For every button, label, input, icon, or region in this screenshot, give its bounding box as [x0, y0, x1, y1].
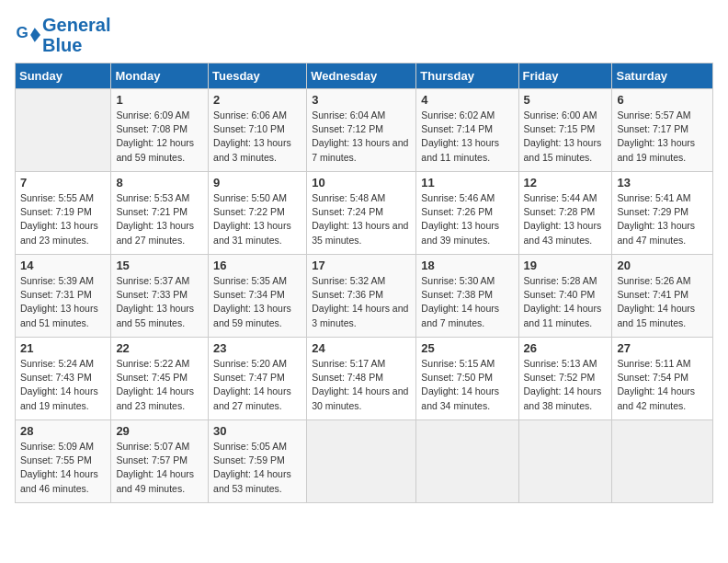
calendar-cell: 15Sunrise: 5:37 AMSunset: 7:33 PMDayligh…: [111, 255, 209, 338]
calendar-cell: 8Sunrise: 5:53 AMSunset: 7:21 PMDaylight…: [111, 172, 209, 255]
day-number: 6: [617, 93, 708, 107]
header-day-friday: Friday: [518, 63, 612, 89]
day-number: 9: [213, 176, 301, 190]
calendar-cell: 28Sunrise: 5:09 AMSunset: 7:55 PMDayligh…: [16, 420, 111, 503]
day-number: 28: [20, 424, 106, 438]
calendar-cell: 5Sunrise: 6:00 AMSunset: 7:15 PMDaylight…: [518, 89, 612, 172]
calendar-table: SundayMondayTuesdayWednesdayThursdayFrid…: [15, 63, 713, 503]
day-number: 25: [421, 341, 513, 355]
calendar-header: SundayMondayTuesdayWednesdayThursdayFrid…: [16, 63, 713, 89]
logo-icon: G: [15, 22, 40, 48]
calendar-cell: 27Sunrise: 5:11 AMSunset: 7:54 PMDayligh…: [612, 338, 713, 420]
day-info: Sunrise: 5:07 AMSunset: 7:57 PMDaylight:…: [116, 440, 203, 496]
day-number: 1: [116, 93, 203, 107]
day-number: 5: [524, 93, 608, 107]
day-number: 18: [421, 259, 513, 272]
calendar-cell: 3Sunrise: 6:04 AMSunset: 7:12 PMDaylight…: [307, 89, 416, 172]
header-day-wednesday: Wednesday: [307, 63, 416, 89]
calendar-cell: 14Sunrise: 5:39 AMSunset: 7:31 PMDayligh…: [16, 255, 111, 338]
calendar-body: 1Sunrise: 6:09 AMSunset: 7:08 PMDaylight…: [16, 89, 713, 503]
logo: G General Blue: [15, 15, 110, 55]
page-header: G General Blue: [15, 15, 713, 55]
day-info: Sunrise: 5:53 AMSunset: 7:21 PMDaylight:…: [116, 191, 203, 247]
day-info: Sunrise: 5:05 AMSunset: 7:59 PMDaylight:…: [213, 440, 301, 496]
calendar-cell: [518, 420, 612, 503]
header-day-saturday: Saturday: [612, 63, 713, 89]
calendar-cell: 24Sunrise: 5:17 AMSunset: 7:48 PMDayligh…: [307, 338, 416, 420]
day-info: Sunrise: 5:50 AMSunset: 7:22 PMDaylight:…: [213, 191, 301, 247]
calendar-cell: 19Sunrise: 5:28 AMSunset: 7:40 PMDayligh…: [518, 255, 612, 338]
week-row-2: 7Sunrise: 5:55 AMSunset: 7:19 PMDaylight…: [16, 172, 713, 255]
calendar-cell: [307, 420, 416, 503]
calendar-cell: 26Sunrise: 5:13 AMSunset: 7:52 PMDayligh…: [518, 338, 612, 420]
day-info: Sunrise: 5:09 AMSunset: 7:55 PMDaylight:…: [20, 440, 106, 496]
day-info: Sunrise: 5:30 AMSunset: 7:38 PMDaylight:…: [421, 274, 513, 330]
calendar-cell: 22Sunrise: 5:22 AMSunset: 7:45 PMDayligh…: [111, 338, 209, 420]
header-row: SundayMondayTuesdayWednesdayThursdayFrid…: [16, 63, 713, 89]
calendar-cell: [16, 89, 111, 172]
svg-marker-1: [30, 28, 40, 42]
calendar-cell: 12Sunrise: 5:44 AMSunset: 7:28 PMDayligh…: [518, 172, 612, 255]
day-info: Sunrise: 5:39 AMSunset: 7:31 PMDaylight:…: [20, 274, 106, 330]
day-info: Sunrise: 5:13 AMSunset: 7:52 PMDaylight:…: [524, 357, 608, 413]
day-number: 30: [213, 424, 301, 438]
day-number: 2: [213, 93, 301, 107]
day-info: Sunrise: 5:41 AMSunset: 7:29 PMDaylight:…: [617, 191, 708, 247]
day-number: 19: [524, 259, 608, 272]
day-info: Sunrise: 5:20 AMSunset: 7:47 PMDaylight:…: [213, 357, 301, 413]
calendar-cell: 18Sunrise: 5:30 AMSunset: 7:38 PMDayligh…: [416, 255, 518, 338]
day-info: Sunrise: 5:24 AMSunset: 7:43 PMDaylight:…: [20, 357, 106, 413]
day-info: Sunrise: 5:46 AMSunset: 7:26 PMDaylight:…: [421, 191, 513, 247]
calendar-cell: 23Sunrise: 5:20 AMSunset: 7:47 PMDayligh…: [209, 338, 307, 420]
calendar-cell: 17Sunrise: 5:32 AMSunset: 7:36 PMDayligh…: [307, 255, 416, 338]
day-info: Sunrise: 5:15 AMSunset: 7:50 PMDaylight:…: [421, 357, 513, 413]
day-info: Sunrise: 5:26 AMSunset: 7:41 PMDaylight:…: [617, 274, 708, 330]
logo-text-line1: General: [42, 15, 110, 35]
day-number: 12: [524, 176, 608, 190]
day-info: Sunrise: 5:57 AMSunset: 7:17 PMDaylight:…: [617, 109, 708, 165]
week-row-4: 21Sunrise: 5:24 AMSunset: 7:43 PMDayligh…: [16, 338, 713, 420]
calendar-cell: 13Sunrise: 5:41 AMSunset: 7:29 PMDayligh…: [612, 172, 713, 255]
day-info: Sunrise: 5:11 AMSunset: 7:54 PMDaylight:…: [617, 357, 708, 413]
day-number: 26: [524, 341, 608, 355]
week-row-1: 1Sunrise: 6:09 AMSunset: 7:08 PMDaylight…: [16, 89, 713, 172]
day-info: Sunrise: 5:37 AMSunset: 7:33 PMDaylight:…: [116, 274, 203, 330]
calendar-cell: 11Sunrise: 5:46 AMSunset: 7:26 PMDayligh…: [416, 172, 518, 255]
week-row-5: 28Sunrise: 5:09 AMSunset: 7:55 PMDayligh…: [16, 420, 713, 503]
calendar-cell: 4Sunrise: 6:02 AMSunset: 7:14 PMDaylight…: [416, 89, 518, 172]
week-row-3: 14Sunrise: 5:39 AMSunset: 7:31 PMDayligh…: [16, 255, 713, 338]
calendar-cell: [612, 420, 713, 503]
calendar-cell: 1Sunrise: 6:09 AMSunset: 7:08 PMDaylight…: [111, 89, 209, 172]
day-number: 29: [116, 424, 203, 438]
header-day-thursday: Thursday: [416, 63, 518, 89]
calendar-cell: 30Sunrise: 5:05 AMSunset: 7:59 PMDayligh…: [209, 420, 307, 503]
day-info: Sunrise: 6:04 AMSunset: 7:12 PMDaylight:…: [312, 109, 411, 165]
svg-text:G: G: [17, 24, 28, 41]
calendar-cell: 7Sunrise: 5:55 AMSunset: 7:19 PMDaylight…: [16, 172, 111, 255]
calendar-cell: 9Sunrise: 5:50 AMSunset: 7:22 PMDaylight…: [209, 172, 307, 255]
calendar-cell: 2Sunrise: 6:06 AMSunset: 7:10 PMDaylight…: [209, 89, 307, 172]
calendar-cell: 21Sunrise: 5:24 AMSunset: 7:43 PMDayligh…: [16, 338, 111, 420]
calendar-cell: [416, 420, 518, 503]
day-number: 11: [421, 176, 513, 190]
day-number: 3: [312, 93, 411, 107]
calendar-cell: 20Sunrise: 5:26 AMSunset: 7:41 PMDayligh…: [612, 255, 713, 338]
day-info: Sunrise: 5:35 AMSunset: 7:34 PMDaylight:…: [213, 274, 301, 330]
header-day-sunday: Sunday: [16, 63, 111, 89]
calendar-cell: 16Sunrise: 5:35 AMSunset: 7:34 PMDayligh…: [209, 255, 307, 338]
day-number: 15: [116, 259, 203, 272]
calendar-cell: 6Sunrise: 5:57 AMSunset: 7:17 PMDaylight…: [612, 89, 713, 172]
day-number: 20: [617, 259, 708, 272]
calendar-cell: 10Sunrise: 5:48 AMSunset: 7:24 PMDayligh…: [307, 172, 416, 255]
day-number: 13: [617, 176, 708, 190]
day-info: Sunrise: 5:22 AMSunset: 7:45 PMDaylight:…: [116, 357, 203, 413]
day-number: 27: [617, 341, 708, 355]
day-info: Sunrise: 6:02 AMSunset: 7:14 PMDaylight:…: [421, 109, 513, 165]
header-day-tuesday: Tuesday: [209, 63, 307, 89]
day-number: 23: [213, 341, 301, 355]
day-number: 8: [116, 176, 203, 190]
day-number: 17: [312, 259, 411, 272]
day-info: Sunrise: 6:06 AMSunset: 7:10 PMDaylight:…: [213, 109, 301, 165]
day-number: 24: [312, 341, 411, 355]
day-number: 4: [421, 93, 513, 107]
